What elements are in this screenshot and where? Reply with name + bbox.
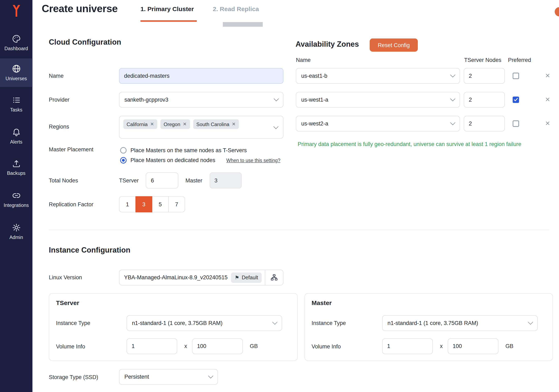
close-icon[interactable]: ✕ xyxy=(183,122,187,127)
az-preferred-checkbox[interactable] xyxy=(513,120,519,127)
volume-size-input[interactable] xyxy=(448,338,498,354)
total-nodes-row: TServer Master xyxy=(119,172,242,188)
instance-type-value: n1-standard-1 (1 core, 3.75GB RAM) xyxy=(132,320,273,326)
az-preferred-checkbox[interactable] xyxy=(513,73,519,79)
az-preferred-checkbox-checked[interactable] xyxy=(513,96,519,103)
sidebar-item-admin[interactable]: Admin xyxy=(0,217,33,246)
volume-unit: GB xyxy=(250,343,258,349)
az-zone-select[interactable]: us-east1-b xyxy=(296,68,460,84)
sidebar-item-integrations[interactable]: Integrations xyxy=(0,185,33,214)
master-placement-option-same-nodes[interactable]: Place Masters on the same nodes as T-Ser… xyxy=(120,147,247,154)
volume-multiplier: x xyxy=(440,343,443,349)
when-to-use-link[interactable]: When to use this setting? xyxy=(226,157,280,163)
tserver-instance-type-select[interactable]: n1-standard-1 (1 core, 3.75GB RAM) xyxy=(127,315,282,331)
sidebar-item-universes[interactable]: Universes xyxy=(0,58,33,87)
volume-info-label: Volume Info xyxy=(312,344,341,350)
instance-configuration-heading: Instance Configuration xyxy=(49,246,130,255)
cloud-configuration-heading: Cloud Configuration xyxy=(49,38,121,46)
radio-unselected[interactable] xyxy=(120,147,127,154)
regions-multiselect[interactable]: California ✕ Oregon ✕ South Carolina ✕ xyxy=(119,116,283,139)
master-placement-option-dedicated[interactable]: Place Masters on dedicated nodes When to… xyxy=(120,157,280,164)
provider-value: sanketh-gcpprov3 xyxy=(124,96,275,103)
az-node-count-input[interactable] xyxy=(464,116,505,131)
replication-factor-3[interactable]: 3 xyxy=(135,196,152,212)
sidebar-item-backups[interactable]: Backups xyxy=(0,153,33,182)
storage-type-select[interactable]: Persistent xyxy=(119,369,218,385)
region-chips: California ✕ Oregon ✕ South Carolina ✕ xyxy=(123,119,239,129)
linux-version-value: YBA-Managed-AlmaLinux-8.9_v20240515 xyxy=(119,274,231,281)
tab-primary-cluster[interactable]: 1. Primary Cluster xyxy=(140,5,194,13)
az-node-count-input[interactable] xyxy=(464,68,505,84)
globe-icon xyxy=(11,64,21,73)
replication-factor-1[interactable]: 1 xyxy=(119,196,136,212)
replication-factor-7[interactable]: 7 xyxy=(168,196,185,212)
sidebar-item-label: Dashboard xyxy=(5,46,28,51)
default-badge: ⚑ Default xyxy=(231,272,261,283)
sidebar: Dashboard Universes Tasks xyxy=(0,0,33,392)
provider-label: Provider xyxy=(49,96,69,103)
sidebar-item-alerts[interactable]: Alerts xyxy=(0,122,33,150)
chevron-down-icon xyxy=(450,73,455,77)
yugabyte-logo[interactable] xyxy=(0,3,33,18)
az-remove-icon[interactable]: ✕ xyxy=(545,95,550,104)
linux-version-field[interactable]: YBA-Managed-AlmaLinux-8.9_v20240515 ⚑ De… xyxy=(119,270,283,285)
az-column-nodes: TServer Nodes xyxy=(464,57,501,63)
sidebar-item-tasks[interactable]: Tasks xyxy=(0,90,33,118)
master-instance-type-select[interactable]: n1-standard-1 (1 core, 3.75GB RAM) xyxy=(382,315,538,331)
tserver-nodes-label: TServer xyxy=(119,177,139,184)
volume-info-label: Volume Info xyxy=(56,344,85,350)
section-divider xyxy=(49,230,549,230)
reset-config-button[interactable]: Reset Config xyxy=(370,38,418,52)
check-icon xyxy=(514,98,518,101)
az-remove-icon[interactable]: ✕ xyxy=(545,119,550,128)
az-column-name: Name xyxy=(296,57,311,63)
chevron-down-icon xyxy=(450,120,455,125)
sidebar-item-label: Integrations xyxy=(4,203,29,208)
radio-selected[interactable] xyxy=(120,157,127,164)
yugabyte-logo-icon xyxy=(9,3,24,18)
az-zone-select[interactable]: us-west1-a xyxy=(296,92,460,108)
region-chip: Oregon ✕ xyxy=(160,119,190,129)
az-zone-select[interactable]: us-west2-a xyxy=(296,116,460,131)
chevron-down-icon xyxy=(274,96,279,101)
tab-read-replica[interactable]: 2. Read Replica xyxy=(213,5,259,13)
create-universe-page: Dashboard Universes Tasks xyxy=(0,0,559,392)
master-nodes-label: Master xyxy=(186,177,202,184)
volume-size-input[interactable] xyxy=(192,338,243,354)
total-nodes-label: Total Nodes xyxy=(49,177,78,184)
az-zone-value: us-east1-b xyxy=(301,73,451,79)
bell-icon xyxy=(11,128,21,137)
tserver-total-nodes-input[interactable] xyxy=(146,172,178,188)
radio-option-label: Place Masters on the same nodes as T-Ser… xyxy=(130,147,247,154)
default-badge-label: Default xyxy=(242,274,258,280)
master-volume-row: x GB xyxy=(382,338,513,354)
volume-count-input[interactable] xyxy=(127,338,177,354)
radio-option-label: Place Masters on dedicated nodes xyxy=(130,157,215,164)
tabs-scrollbar-thumb[interactable] xyxy=(223,22,263,27)
az-node-count-input[interactable] xyxy=(464,92,505,108)
universe-name-input[interactable] xyxy=(119,68,283,84)
az-remove-icon[interactable]: ✕ xyxy=(545,72,550,80)
chevron-down-icon xyxy=(272,319,277,325)
tserver-card-title: TServer xyxy=(56,299,79,307)
storage-type-value: Persistent xyxy=(124,374,209,380)
instance-type-label: Instance Type xyxy=(312,320,346,326)
provider-select[interactable]: sanketh-gcpprov3 xyxy=(119,92,283,108)
replication-factor-5[interactable]: 5 xyxy=(152,196,168,212)
replication-factor-group: 1 3 5 7 xyxy=(119,196,185,212)
user-avatar[interactable] xyxy=(555,7,559,17)
region-chip-label: Oregon xyxy=(164,121,180,127)
chevron-down-icon xyxy=(208,373,213,378)
sidebar-item-dashboard[interactable]: Dashboard xyxy=(0,28,33,57)
linux-version-options-button[interactable] xyxy=(265,270,283,285)
region-chip: South Carolina ✕ xyxy=(193,119,239,129)
sidebar-item-label: Admin xyxy=(9,235,23,240)
close-icon[interactable]: ✕ xyxy=(232,122,236,127)
name-label: Name xyxy=(49,73,64,79)
close-icon[interactable]: ✕ xyxy=(150,122,154,127)
sidebar-item-label: Alerts xyxy=(10,139,22,145)
gear-icon xyxy=(11,223,21,232)
region-chip: California ✕ xyxy=(123,119,157,129)
volume-count-input[interactable] xyxy=(382,338,433,354)
instance-type-value: n1-standard-1 (1 core, 3.75GB RAM) xyxy=(388,320,529,326)
